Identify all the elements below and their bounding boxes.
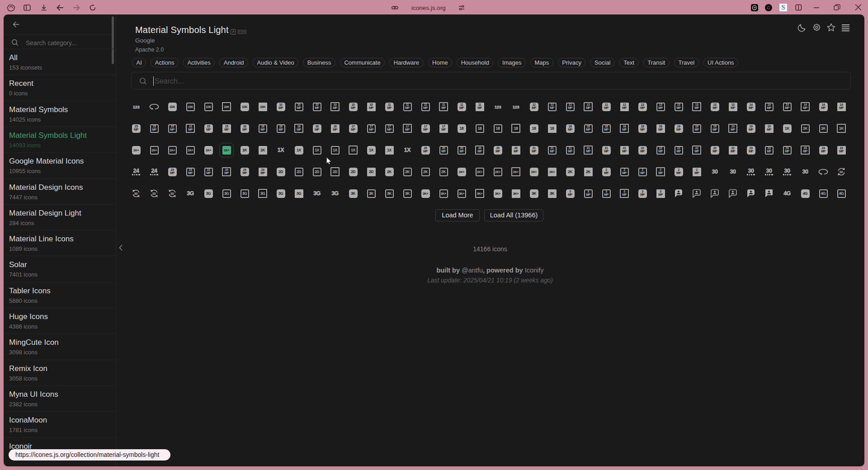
svg-text:30: 30 xyxy=(839,170,843,174)
svg-text:30: 30 xyxy=(134,192,137,196)
svg-text:30: 30 xyxy=(152,192,156,196)
svg-text:30: 30 xyxy=(170,192,174,196)
